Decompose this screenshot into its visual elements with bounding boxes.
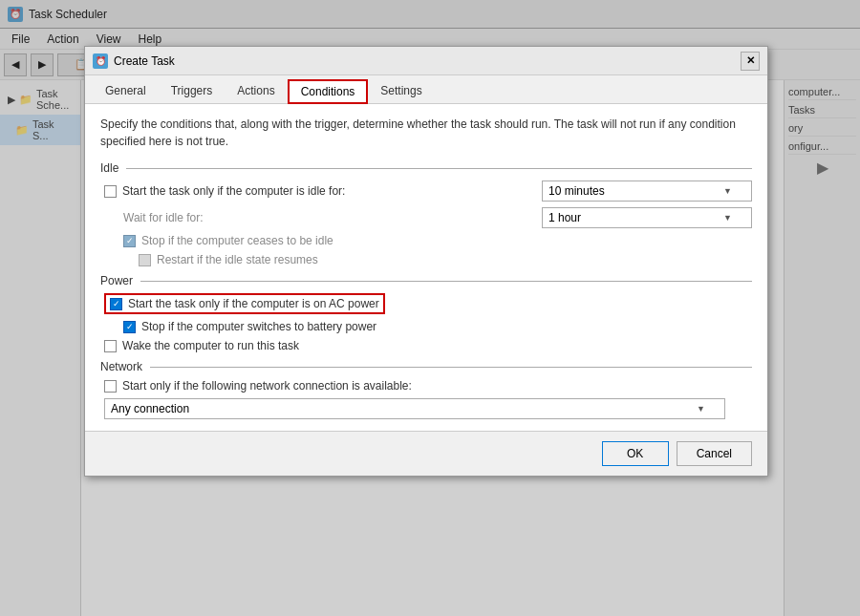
tab-triggers[interactable]: Triggers xyxy=(159,79,226,103)
wake-checkbox[interactable] xyxy=(104,340,117,352)
wait-idle-arrow: ▼ xyxy=(723,213,732,223)
idle-start-text: Start the task only if the computer is i… xyxy=(122,184,345,198)
restart-idle-text: Restart if the idle state resumes xyxy=(157,253,318,266)
ac-power-row: Start the task only if the computer is o… xyxy=(100,293,752,314)
idle-divider-line xyxy=(126,168,752,169)
network-start-label[interactable]: Start only if the following network conn… xyxy=(104,379,752,393)
ac-power-label[interactable]: Start the task only if the computer is o… xyxy=(104,293,752,314)
network-start-row: Start only if the following network conn… xyxy=(100,379,752,393)
network-dropdown-arrow: ▼ xyxy=(697,404,705,414)
network-start-checkbox[interactable] xyxy=(104,380,117,393)
battery-row: Stop if the computer switches to battery… xyxy=(100,320,752,333)
tab-settings[interactable]: Settings xyxy=(368,79,434,103)
power-section-label: Power xyxy=(100,274,133,287)
battery-label[interactable]: Stop if the computer switches to battery… xyxy=(123,320,752,333)
restart-idle-row: Restart if the idle state resumes xyxy=(100,253,752,266)
power-divider-line xyxy=(140,281,752,282)
dialog-tabs: General Triggers Actions Conditions Sett… xyxy=(85,75,767,104)
tab-actions[interactable]: Actions xyxy=(225,79,287,103)
network-connection-value: Any connection xyxy=(111,402,189,415)
dialog-close-button[interactable]: ✕ xyxy=(741,52,760,71)
cancel-button[interactable]: Cancel xyxy=(677,441,752,466)
dialog-app-icon: ⏰ xyxy=(93,53,108,69)
dialog-footer: OK Cancel xyxy=(85,431,767,476)
network-section-label: Network xyxy=(100,360,142,373)
idle-start-row: Start the task only if the computer is i… xyxy=(100,181,752,202)
wake-text: Wake the computer to run this task xyxy=(122,339,299,352)
ok-button[interactable]: OK xyxy=(602,441,669,466)
idle-minutes-arrow: ▼ xyxy=(723,186,732,196)
ac-power-highlighted: Start the task only if the computer is o… xyxy=(104,293,385,314)
idle-start-checkbox[interactable] xyxy=(104,185,117,198)
stop-idle-label[interactable]: Stop if the computer ceases to be idle xyxy=(123,234,752,247)
dialog-titlebar: ⏰ Create Task ✕ xyxy=(85,47,767,75)
wake-label[interactable]: Wake the computer to run this task xyxy=(104,339,752,352)
wake-row: Wake the computer to run this task xyxy=(100,339,752,352)
battery-checkbox[interactable] xyxy=(123,321,136,333)
dialog-title: Create Task xyxy=(114,54,175,68)
dialog-body: Specify the conditions that, along with … xyxy=(85,104,767,431)
stop-idle-row: Stop if the computer ceases to be idle xyxy=(100,234,752,247)
battery-text: Stop if the computer switches to battery… xyxy=(141,320,376,333)
wait-idle-text: Wait for idle for: xyxy=(123,211,204,224)
idle-minutes-dropdown[interactable]: 10 minutes ▼ xyxy=(542,181,752,202)
ac-power-checkbox[interactable] xyxy=(110,298,122,310)
network-section-divider: Network xyxy=(100,360,752,373)
create-task-dialog: ⏰ Create Task ✕ General Triggers Actions… xyxy=(84,46,768,477)
restart-idle-checkbox[interactable] xyxy=(139,254,151,266)
wait-idle-dropdown[interactable]: 1 hour ▼ xyxy=(542,207,752,228)
description-text: Specify the conditions that, along with … xyxy=(100,116,752,150)
idle-start-label[interactable]: Start the task only if the computer is i… xyxy=(104,184,542,198)
wait-idle-label: Wait for idle for: xyxy=(123,211,542,224)
network-connection-dropdown[interactable]: Any connection ▼ xyxy=(104,398,725,419)
network-divider-line xyxy=(150,367,752,368)
idle-minutes-value: 10 minutes xyxy=(548,184,605,198)
idle-section-label: Idle xyxy=(100,161,118,175)
stop-idle-text: Stop if the computer ceases to be idle xyxy=(141,234,333,247)
stop-idle-checkbox[interactable] xyxy=(123,235,136,247)
wait-idle-row: Wait for idle for: 1 hour ▼ xyxy=(100,207,752,228)
idle-section-divider: Idle xyxy=(100,161,752,175)
wait-idle-value: 1 hour xyxy=(548,211,581,224)
network-start-text: Start only if the following network conn… xyxy=(122,379,412,393)
tab-general[interactable]: General xyxy=(93,79,159,103)
restart-idle-label[interactable]: Restart if the idle state resumes xyxy=(139,253,752,266)
dialog-title-left: ⏰ Create Task xyxy=(93,53,175,69)
power-section-divider: Power xyxy=(100,274,752,287)
ac-power-text: Start the task only if the computer is o… xyxy=(128,297,379,310)
tab-conditions[interactable]: Conditions xyxy=(288,79,369,104)
